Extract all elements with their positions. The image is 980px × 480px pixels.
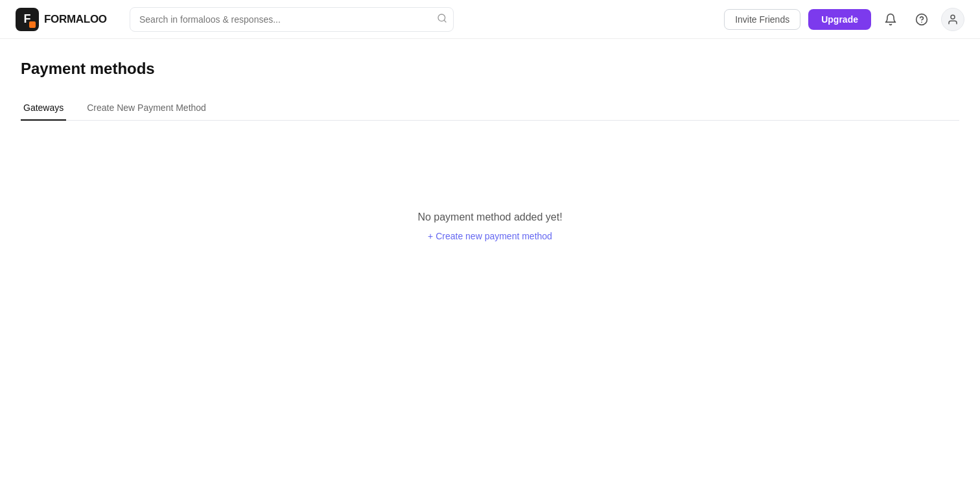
create-payment-link[interactable]: + Create new payment method xyxy=(428,231,552,241)
bell-icon xyxy=(884,13,897,26)
logo-accent xyxy=(29,21,36,28)
main-content: Payment methods Gateways Create New Paym… xyxy=(0,39,980,241)
empty-message: No payment method added yet! xyxy=(417,211,562,223)
help-button[interactable] xyxy=(910,8,933,31)
user-avatar-button[interactable] xyxy=(941,8,964,31)
logo-area: FORMALOO xyxy=(16,8,119,31)
svg-point-4 xyxy=(951,15,955,19)
tab-gateways[interactable]: Gateways xyxy=(21,96,66,121)
tabs-bar: Gateways Create New Payment Method xyxy=(21,96,959,121)
header-right: Invite Friends Upgrade xyxy=(724,8,964,31)
help-icon xyxy=(915,13,928,26)
page-title: Payment methods xyxy=(21,60,959,78)
notifications-button[interactable] xyxy=(879,8,902,31)
empty-state: No payment method added yet! + Create ne… xyxy=(21,211,959,241)
user-icon xyxy=(947,14,959,25)
tab-create-new-payment[interactable]: Create New Payment Method xyxy=(84,96,209,121)
app-header: FORMALOO Invite Friends Upgrade xyxy=(0,0,980,39)
search-area xyxy=(130,7,454,32)
upgrade-button[interactable]: Upgrade xyxy=(808,9,871,30)
search-input[interactable] xyxy=(130,7,454,32)
invite-friends-button[interactable]: Invite Friends xyxy=(724,9,800,30)
logo-icon xyxy=(16,8,39,31)
logo-text: FORMALOO xyxy=(44,13,107,26)
